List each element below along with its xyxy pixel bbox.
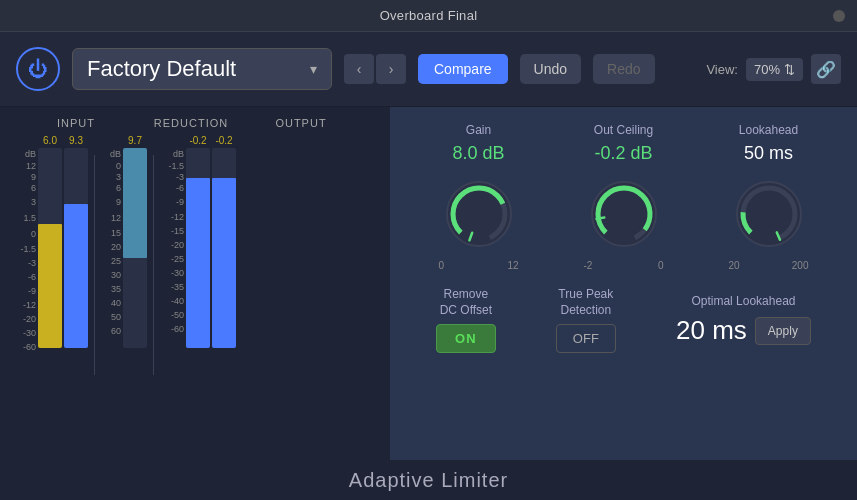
out-ceiling-min: -2 xyxy=(584,260,593,271)
chevron-down-icon: ▾ xyxy=(310,61,317,77)
input-right-fill xyxy=(64,204,88,348)
remove-dc-offset-group: RemoveDC Offset ON xyxy=(436,287,496,353)
svg-point-8 xyxy=(737,182,801,246)
input-right-meter xyxy=(64,148,88,348)
apply-button[interactable]: Apply xyxy=(755,317,811,345)
output-right-value: -0.2 xyxy=(215,135,232,146)
input-right-value: 9.3 xyxy=(69,135,83,146)
out-ceiling-knob[interactable] xyxy=(584,174,664,254)
svg-point-4 xyxy=(592,182,656,246)
gain-knob[interactable] xyxy=(439,174,519,254)
true-peak-group: True PeakDetection OFF xyxy=(556,287,616,353)
output-header: OUTPUT xyxy=(246,117,356,129)
reduction-value: 9.7 xyxy=(128,135,142,146)
view-percent-value: 70% xyxy=(754,62,780,77)
optimal-label: Optimal Lookahead xyxy=(691,294,795,310)
out-ceiling-label: Out Ceiling xyxy=(594,123,653,137)
bottom-title: Adaptive Limiter xyxy=(0,460,857,500)
window-title: Overboard Final xyxy=(380,8,478,23)
true-peak-button[interactable]: OFF xyxy=(556,324,616,353)
lookahead-label: Lookahead xyxy=(739,123,798,137)
nav-back-button[interactable]: ‹ xyxy=(344,54,374,84)
out-ceiling-max: 0 xyxy=(658,260,664,271)
controls-section: Gain 8.0 dB 0 12 Out Ceiling xyxy=(390,107,857,460)
compare-button[interactable]: Compare xyxy=(418,54,508,84)
out-ceiling-range: -2 0 xyxy=(584,260,664,271)
out-ceiling-value: -0.2 dB xyxy=(594,143,652,164)
gain-knob-group: Gain 8.0 dB 0 12 xyxy=(439,123,519,271)
redo-button[interactable]: Redo xyxy=(593,54,654,84)
lookahead-knob[interactable] xyxy=(729,174,809,254)
toggles-row: RemoveDC Offset ON True PeakDetection OF… xyxy=(414,287,833,353)
output-right-fill xyxy=(212,178,236,348)
remove-dc-label: RemoveDC Offset xyxy=(440,287,492,318)
svg-point-0 xyxy=(447,182,511,246)
power-button[interactable]: ⏻ xyxy=(16,47,60,91)
gain-range: 0 12 xyxy=(439,260,519,271)
main-content: INPUT REDUCTION OUTPUT dB 12 9 6 3 1.5 0… xyxy=(0,107,857,460)
output-left-fill xyxy=(186,178,210,348)
preset-dropdown[interactable]: Factory Default ▾ xyxy=(72,48,332,90)
view-section: View: 70% ⇅ 🔗 xyxy=(706,54,841,84)
input-left-fill xyxy=(38,224,62,348)
lookahead-min: 20 xyxy=(729,260,740,271)
link-button[interactable]: 🔗 xyxy=(811,54,841,84)
power-icon: ⏻ xyxy=(28,59,48,79)
preset-label: Factory Default xyxy=(87,56,300,82)
gain-max: 12 xyxy=(507,260,518,271)
nav-controls: ‹ › xyxy=(344,54,406,84)
toolbar: ⏻ Factory Default ▾ ‹ › Compare Undo Red… xyxy=(0,32,857,107)
optimal-lookahead-group: Optimal Lookahead 20 ms Apply xyxy=(676,294,811,347)
reduction-header: REDUCTION xyxy=(136,117,246,129)
meters-body: dB 12 9 6 3 1.5 0 -1.5 -3 -6 -9 -12 -20 … xyxy=(16,135,374,450)
gain-value: 8.0 dB xyxy=(452,143,504,164)
input-left-value: 6.0 xyxy=(43,135,57,146)
stepper-icon: ⇅ xyxy=(784,62,795,77)
view-label: View: xyxy=(706,62,738,77)
output-right-meter xyxy=(212,148,236,348)
out-ceiling-knob-group: Out Ceiling -0.2 dB -2 0 xyxy=(584,123,664,271)
meters-section: INPUT REDUCTION OUTPUT dB 12 9 6 3 1.5 0… xyxy=(0,107,390,460)
input-left-meter xyxy=(38,148,62,348)
separator-2 xyxy=(153,155,154,375)
undo-button[interactable]: Undo xyxy=(520,54,581,84)
gain-label: Gain xyxy=(466,123,491,137)
svg-line-7 xyxy=(596,217,604,218)
view-percent-control[interactable]: 70% ⇅ xyxy=(746,58,803,81)
title-bar: Overboard Final xyxy=(0,0,857,32)
lookahead-range: 20 200 xyxy=(729,260,809,271)
output-left-meter xyxy=(186,148,210,348)
reduction-fill xyxy=(123,148,147,258)
lookahead-value: 50 ms xyxy=(744,143,793,164)
window-dot xyxy=(833,10,845,22)
plugin-title: Adaptive Limiter xyxy=(349,469,508,492)
optimal-value-row: 20 ms Apply xyxy=(676,315,811,346)
separator-1 xyxy=(94,155,95,375)
window-controls xyxy=(833,10,845,22)
optimal-value: 20 ms xyxy=(676,315,747,346)
knobs-row: Gain 8.0 dB 0 12 Out Ceiling xyxy=(414,123,833,271)
true-peak-label: True PeakDetection xyxy=(558,287,613,318)
remove-dc-button[interactable]: ON xyxy=(436,324,496,353)
output-left-value: -0.2 xyxy=(189,135,206,146)
reduction-meter xyxy=(123,148,147,348)
gain-min: 0 xyxy=(439,260,445,271)
link-icon: 🔗 xyxy=(816,60,836,79)
input-header: INPUT xyxy=(16,117,136,129)
lookahead-knob-group: Lookahead 50 ms 20 200 xyxy=(729,123,809,271)
nav-forward-button[interactable]: › xyxy=(376,54,406,84)
lookahead-max: 200 xyxy=(792,260,809,271)
meters-headers: INPUT REDUCTION OUTPUT xyxy=(16,117,374,129)
